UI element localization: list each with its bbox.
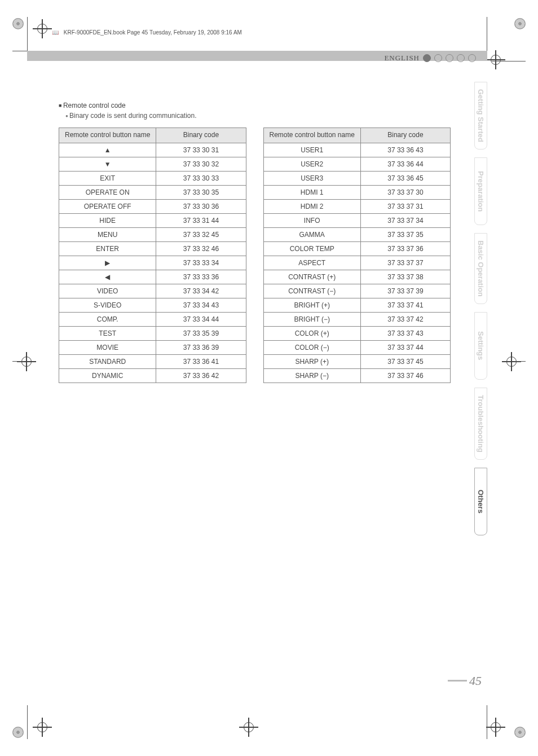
section-tab: Troubleshooting <box>474 388 487 460</box>
button-name-cell: SHARP (+) <box>263 354 360 368</box>
button-name-cell: GAMMA <box>263 227 360 241</box>
file-meta-text: KRF-9000FDE_EN.book Page 45 Tuesday, Feb… <box>64 29 242 36</box>
binary-code-cell: 37 33 30 36 <box>156 199 246 213</box>
crop-line <box>12 361 24 362</box>
binary-code-cell: 37 33 37 39 <box>360 284 450 298</box>
registration-mark <box>36 721 48 733</box>
registration-mark <box>490 721 502 733</box>
crop-line <box>27 705 28 739</box>
section-tabs: Getting StartedPreparationBasic Operatio… <box>474 82 487 535</box>
button-name-cell: HDMI 2 <box>263 199 360 213</box>
table-row: CONTRAST (+)37 33 37 38 <box>263 270 451 284</box>
binary-code-cell: 37 33 36 39 <box>156 340 246 354</box>
button-name-cell: INFO <box>263 213 360 227</box>
binary-code-cell: 37 33 36 45 <box>360 171 450 185</box>
table-row: CONTRAST (−)37 33 37 39 <box>263 284 451 298</box>
binary-code-cell: 37 33 35 39 <box>156 326 246 340</box>
binary-code-cell: 37 33 37 42 <box>360 312 450 326</box>
binary-code-cell: 37 33 37 46 <box>360 368 450 383</box>
col-header-code: Binary code <box>156 128 246 143</box>
book-icon: 📖 <box>52 29 59 36</box>
table-row: HIDE37 33 31 44 <box>59 213 246 227</box>
table-row: DYNAMIC37 33 36 42 <box>59 368 246 383</box>
registration-mark <box>505 355 518 368</box>
file-meta-header: 📖 KRF-9000FDE_EN.book Page 45 Tuesday, F… <box>52 29 242 36</box>
binary-code-cell: 37 33 37 43 <box>360 326 450 340</box>
section-tab: Getting Started <box>474 82 487 150</box>
table-row: BRIGHT (−)37 33 37 42 <box>263 312 451 326</box>
section-note: Binary code is sent during communication… <box>65 112 451 120</box>
remote-code-table-left: Remote control button name Binary code ▲… <box>59 128 246 383</box>
button-name-cell: USER2 <box>263 157 360 171</box>
binary-code-cell: 37 33 37 34 <box>360 213 450 227</box>
crop-line <box>492 61 526 61</box>
binary-code-cell: 37 33 33 34 <box>156 256 246 270</box>
crop-line <box>514 361 526 362</box>
table-row: ENTER37 33 32 46 <box>59 241 246 256</box>
section-tab: Preparation <box>474 157 487 225</box>
button-name-cell: SHARP (−) <box>263 368 360 383</box>
button-name-cell: HDMI 1 <box>263 185 360 199</box>
button-name-cell: MOVIE <box>59 340 156 354</box>
table-row: STANDARD37 33 36 41 <box>59 354 246 368</box>
binary-code-cell: 37 33 37 38 <box>360 270 450 284</box>
lang-dot <box>446 54 453 62</box>
col-header-code: Binary code <box>360 128 450 143</box>
lang-dot-active <box>423 54 431 62</box>
language-indicator: ENGLISH <box>384 54 476 63</box>
binary-code-cell: 37 33 37 41 <box>360 298 450 312</box>
button-name-cell: OPERATE OFF <box>59 199 156 213</box>
button-name-cell: COLOR (−) <box>263 340 360 354</box>
print-color-mark <box>514 727 526 738</box>
page-number-value: 45 <box>469 674 482 688</box>
button-name-cell: ◀ <box>59 270 156 284</box>
col-header-button: Remote control button name <box>59 128 156 143</box>
binary-code-cell: 37 33 30 35 <box>156 185 246 199</box>
table-row: COLOR TEMP37 33 37 36 <box>263 241 451 256</box>
registration-mark <box>20 355 33 368</box>
binary-code-cell: 37 33 36 43 <box>360 143 450 157</box>
table-row: ▼37 33 30 32 <box>59 157 246 171</box>
binary-code-cell: 37 33 34 42 <box>156 284 246 298</box>
table-row: TEST37 33 35 39 <box>59 326 246 340</box>
binary-code-cell: 37 33 37 45 <box>360 354 450 368</box>
col-header-button: Remote control button name <box>263 128 360 143</box>
table-row: COMP.37 33 34 44 <box>59 312 246 326</box>
table-row: OPERATE ON37 33 30 35 <box>59 185 246 199</box>
section-tab: Others <box>474 468 487 535</box>
remote-code-table-right: Remote control button name Binary code U… <box>263 128 451 383</box>
button-name-cell: ▼ <box>59 157 156 171</box>
binary-code-cell: 37 33 31 44 <box>156 213 246 227</box>
button-name-cell: ▲ <box>59 143 156 157</box>
button-name-cell: STANDARD <box>59 354 156 368</box>
table-row: COLOR (−)37 33 37 44 <box>263 340 451 354</box>
binary-code-cell: 37 33 33 36 <box>156 270 246 284</box>
registration-mark <box>490 54 502 66</box>
lang-dot <box>434 54 442 62</box>
page-number: 45 <box>448 674 482 688</box>
registration-mark <box>242 721 255 733</box>
table-row: EXIT37 33 30 33 <box>59 171 246 185</box>
button-name-cell: HIDE <box>59 213 156 227</box>
section-tab: Basic Operation <box>474 233 487 304</box>
page-number-bar <box>448 680 467 682</box>
button-name-cell: OPERATE ON <box>59 185 156 199</box>
language-label: ENGLISH <box>384 54 420 63</box>
print-color-mark <box>12 18 24 29</box>
button-name-cell: VIDEO <box>59 284 156 298</box>
binary-code-cell: 37 33 34 43 <box>156 298 246 312</box>
button-name-cell: USER1 <box>263 143 360 157</box>
crop-line <box>487 17 487 51</box>
button-name-cell: EXIT <box>59 171 156 185</box>
table-row: COLOR (+)37 33 37 43 <box>263 326 451 340</box>
table-row: MOVIE37 33 36 39 <box>59 340 246 354</box>
button-name-cell: S-VIDEO <box>59 298 156 312</box>
button-name-cell: USER3 <box>263 171 360 185</box>
binary-code-cell: 37 33 37 36 <box>360 241 450 256</box>
table-row: BRIGHT (+)37 33 37 41 <box>263 298 451 312</box>
table-row: OPERATE OFF37 33 30 36 <box>59 199 246 213</box>
table-row: MENU37 33 32 45 <box>59 227 246 241</box>
table-row: S-VIDEO37 33 34 43 <box>59 298 246 312</box>
table-row: ASPECT37 33 37 37 <box>263 256 451 270</box>
lang-dot <box>468 54 476 62</box>
